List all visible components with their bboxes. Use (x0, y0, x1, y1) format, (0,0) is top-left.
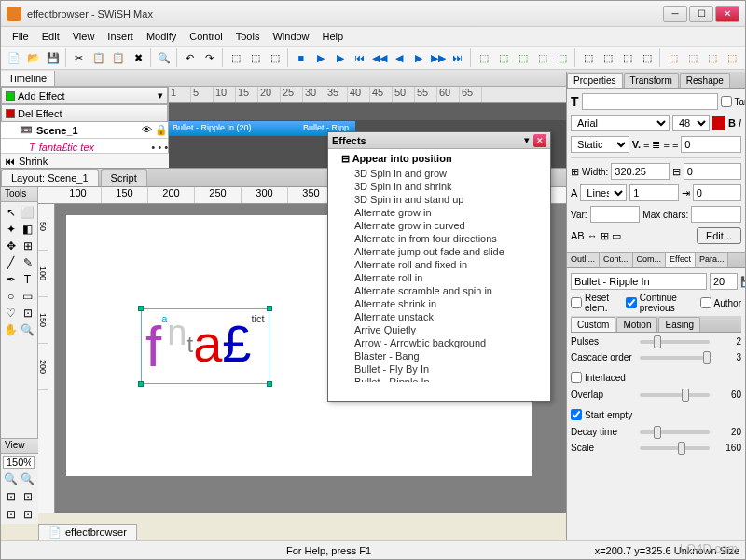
cascade-slider[interactable] (640, 356, 710, 360)
fit-icon[interactable]: ⊡ (20, 488, 35, 504)
menu-help[interactable]: Help (317, 29, 350, 44)
move-tool-icon[interactable]: ✥ (3, 238, 19, 253)
effect-item[interactable]: Alternate grow in (332, 206, 546, 219)
pulses-slider[interactable] (640, 340, 710, 344)
fit-icon[interactable]: ⊡ (3, 488, 19, 504)
target-checkbox[interactable] (721, 96, 732, 107)
static-select[interactable]: Static (571, 136, 629, 153)
export-icon[interactable]: ⬚ (684, 48, 702, 68)
device-icon[interactable]: ▭ (612, 230, 621, 242)
fwd-icon[interactable]: ▶▶ (429, 48, 448, 68)
del-effect-button[interactable]: Del Effect (1, 104, 168, 122)
rect-tool-icon[interactable]: ▭ (20, 288, 35, 304)
script-tab[interactable]: Script (101, 169, 147, 186)
lines-select[interactable]: Lines (580, 184, 627, 201)
timeline-tab[interactable]: Timeline (1, 71, 55, 86)
back-icon[interactable]: ◀◀ (370, 48, 389, 68)
author-checkbox[interactable] (700, 297, 711, 308)
components-tab[interactable]: Com... (633, 253, 667, 267)
text-tool-icon[interactable]: T (20, 271, 35, 287)
fill-tool-icon[interactable]: ◧ (20, 221, 35, 237)
align-justify-icon[interactable]: ≡ (672, 139, 678, 150)
menu-window[interactable]: Window (267, 29, 314, 44)
timeline-scene-row[interactable]: 📼 Scene_1👁 🔒 (1, 122, 168, 139)
insert-icon[interactable]: ⬚ (514, 48, 532, 68)
find-icon[interactable]: 🔍 (155, 48, 173, 68)
menu-tools[interactable]: Tools (230, 29, 266, 44)
edit-button[interactable]: Edit... (697, 227, 741, 244)
transform-tab[interactable]: Transform (624, 73, 679, 88)
effect-item[interactable]: Arrive Quietly (332, 323, 546, 336)
autoshape-tool-icon[interactable]: ♡ (3, 305, 19, 321)
add-effect-button[interactable]: Add Effect▾ (1, 87, 168, 104)
motion-tab[interactable]: Motion (616, 317, 657, 332)
overlap-slider[interactable] (640, 393, 710, 397)
easing-tab[interactable]: Easing (658, 317, 700, 332)
select-tool-icon[interactable]: ↖ (3, 204, 19, 220)
export-icon[interactable]: ⬚ (664, 48, 683, 68)
insert-icon[interactable]: ⬚ (533, 48, 552, 68)
outline-tab[interactable]: Outli... (567, 253, 600, 267)
var-input[interactable] (590, 206, 641, 223)
effect-item[interactable]: Alternate in from four directions (332, 232, 546, 245)
effect-item[interactable]: Blaster - Bang (332, 349, 546, 362)
reshape-tab[interactable]: Reshape (680, 73, 730, 88)
step-back-icon[interactable]: ◀ (390, 48, 408, 68)
new-icon[interactable]: 📄 (5, 48, 23, 68)
stop-icon[interactable]: ■ (292, 48, 311, 68)
timeline-effect[interactable]: Bullet - Ripple In (20) (169, 121, 299, 136)
rewind-icon[interactable]: ⏮ (351, 48, 369, 68)
params-tab[interactable]: Para... (696, 253, 729, 267)
insert-icon[interactable]: ⬚ (553, 48, 572, 68)
effect-item[interactable]: Alternate grow in curved (332, 219, 546, 232)
copy-icon[interactable]: 📋 (90, 48, 108, 68)
minimize-button[interactable]: ─ (663, 6, 687, 22)
width-input[interactable] (611, 163, 669, 180)
step-fwd-icon[interactable]: ▶ (409, 48, 428, 68)
menu-control[interactable]: Control (184, 29, 228, 44)
zoom-tool-icon[interactable]: 🔍 (20, 321, 35, 337)
effect-item[interactable]: 3D Spin in and stand up (332, 193, 546, 206)
line-tool-icon[interactable]: ╱ (3, 254, 19, 270)
play-icon[interactable]: ▶ (311, 48, 330, 68)
paste-icon[interactable]: 📋 (109, 48, 128, 68)
decay-slider[interactable] (640, 430, 710, 434)
reset-checkbox[interactable] (571, 297, 582, 308)
scale-slider[interactable] (640, 446, 710, 450)
maximize-button[interactable]: ☐ (689, 6, 713, 22)
effect-name-input[interactable] (571, 273, 707, 290)
group-icon[interactable]: ⬚ (579, 48, 598, 68)
effect-item[interactable]: Alternate roll and fixed in (332, 258, 546, 271)
menu-insert[interactable]: Insert (102, 29, 139, 44)
undo-icon[interactable]: ↶ (181, 48, 200, 68)
effect-item[interactable]: 3D Spin in and shrink (332, 180, 546, 193)
align-left-icon[interactable]: ≡ (643, 139, 649, 150)
tool-icon[interactable]: ⬚ (246, 48, 265, 68)
properties-tab[interactable]: Properties (567, 73, 623, 88)
maxchars-input[interactable] (691, 206, 741, 223)
group-icon[interactable]: ⬚ (638, 48, 656, 68)
export-icon[interactable]: ⬚ (723, 48, 741, 68)
reshape-tool-icon[interactable]: ✦ (3, 221, 19, 237)
open-icon[interactable]: 📂 (24, 48, 43, 68)
content-tab[interactable]: Cont... (600, 253, 633, 267)
align-right-icon[interactable]: ≡ (663, 139, 669, 150)
text-object[interactable]: f a n t a £ t i c t (141, 308, 269, 384)
bold-button[interactable]: B (728, 117, 736, 129)
group-icon[interactable]: ⬚ (618, 48, 637, 68)
align-center-icon[interactable]: ≣ (652, 139, 660, 151)
menu-file[interactable]: File (7, 29, 35, 44)
tool-icon[interactable]: ⬚ (266, 48, 284, 68)
document-tab[interactable]: 📄effectbrowser (38, 524, 137, 540)
effects-close-button[interactable]: ✕ (533, 134, 546, 147)
zoom-input[interactable] (3, 456, 35, 469)
wrap-icon[interactable]: A (571, 187, 577, 198)
pen-tool-icon[interactable]: ✒ (3, 271, 19, 287)
fit-icon[interactable]: ⊡ (3, 506, 19, 522)
char-icon[interactable]: AB (571, 230, 585, 241)
align-tool-icon[interactable]: ⊞ (20, 238, 35, 253)
end-icon[interactable]: ⏭ (449, 48, 467, 68)
leading-input[interactable] (681, 136, 741, 153)
play-effect-icon[interactable]: ▶ (331, 48, 350, 68)
pencil-tool-icon[interactable]: ✎ (20, 254, 35, 270)
